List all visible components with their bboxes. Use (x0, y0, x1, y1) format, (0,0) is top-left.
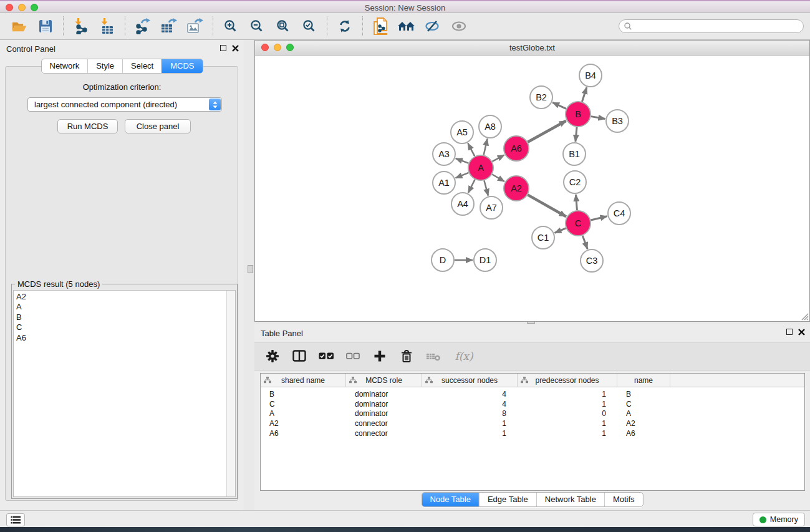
zoom-selected-icon[interactable] (296, 14, 322, 38)
table-settings-gear-icon[interactable] (264, 348, 281, 364)
graph-edge-A-A4[interactable] (468, 180, 475, 193)
search-input[interactable] (619, 19, 804, 33)
tab-mcds[interactable]: MCDS (162, 59, 202, 73)
table-body: Bdominator41BCdominator41CAdominator80AA… (261, 389, 804, 438)
mcds-result-item[interactable]: A2 (14, 292, 226, 302)
graph-edge-C-C2[interactable] (576, 195, 577, 210)
tab-motifs[interactable]: Motifs (604, 493, 643, 506)
table-cell: A2 (617, 419, 670, 428)
table-panel: Table Panel (254, 324, 810, 510)
select-all-icon[interactable] (318, 348, 334, 364)
export-network-icon[interactable] (130, 14, 156, 38)
control-panel-buttons (220, 45, 239, 52)
refresh-icon[interactable] (332, 14, 358, 38)
graph-edge-A6-B[interactable] (528, 121, 566, 142)
application-window: Session: New Session (0, 0, 810, 532)
graph-edge-A-A6[interactable] (492, 155, 504, 162)
graph-edge-A-A5[interactable] (468, 143, 475, 157)
network-window-titlebar[interactable]: testGlobe.txt (255, 41, 809, 56)
open-session-icon[interactable] (6, 14, 32, 38)
mcds-result-item[interactable]: A6 (14, 333, 226, 343)
graph-edge-A2-C[interactable] (528, 195, 566, 216)
graph-node-label: A4 (457, 199, 468, 209)
new-session-from-network-icon[interactable] (367, 14, 393, 38)
graph-edge-A-A2[interactable] (492, 175, 504, 181)
mcds-result-item[interactable]: B (14, 312, 226, 322)
tab-style[interactable]: Style (87, 59, 122, 73)
run-mcds-button[interactable]: Run MCDS (57, 119, 118, 133)
save-session-icon[interactable] (32, 14, 59, 38)
column-header-mcds-role[interactable]: MCDS role (346, 374, 422, 387)
table-cell: connector (346, 429, 422, 438)
table-row[interactable]: Adominator80A (261, 409, 804, 419)
graph-edge-C-C1[interactable] (555, 228, 566, 233)
export-table-icon[interactable] (156, 14, 182, 38)
graphics-details-icon[interactable] (420, 14, 446, 38)
graph-edge-B-B1[interactable] (576, 127, 577, 142)
table-cell: A (617, 409, 670, 418)
column-view-icon[interactable] (291, 348, 307, 364)
node-table: shared name MCDS role successor nodes pr… (260, 373, 805, 491)
mcds-result-item[interactable]: C (14, 322, 226, 332)
table-row[interactable]: Cdominator41C (261, 399, 804, 409)
graph-edge-B-B3[interactable] (591, 117, 605, 119)
close-panel-button[interactable]: Close panel (125, 119, 191, 133)
column-header-shared-name[interactable]: shared name (261, 374, 346, 387)
graph-edge-A-A1[interactable] (456, 173, 469, 178)
tab-network[interactable]: Network (41, 59, 87, 73)
table-cell: C (617, 400, 670, 409)
float-table-panel-icon[interactable] (786, 329, 793, 335)
graph-edge-A-A8[interactable] (484, 139, 488, 155)
graph-node-label: A5 (456, 127, 468, 137)
graph-edge-B-B4[interactable] (582, 87, 586, 102)
column-header-successor-nodes[interactable]: successor nodes (422, 374, 518, 387)
close-table-panel-icon[interactable] (798, 329, 805, 336)
table-row[interactable]: Bdominator41B (261, 389, 804, 399)
graph-node-label: C (575, 218, 581, 228)
tab-select[interactable]: Select (122, 59, 162, 73)
network-view-window: testGlobe.txt AA6A2BCB4B2B3B1A5A8A3A1A4A… (254, 40, 810, 322)
graph-edge-C-C3[interactable] (582, 236, 587, 249)
mcds-result-item[interactable]: A (14, 302, 226, 312)
import-network-icon[interactable] (68, 14, 94, 38)
graph-edge-A-A7[interactable] (484, 180, 488, 195)
resize-grip-icon[interactable] (800, 312, 809, 321)
desktop-edge (0, 527, 810, 532)
mcds-result-list: A2ABCA6 (14, 292, 226, 496)
table-cell: 1 (518, 429, 617, 438)
graph-edge-A-A3[interactable] (456, 158, 469, 163)
column-header-name[interactable]: name (617, 374, 670, 387)
memory-button[interactable]: Memory (753, 513, 805, 526)
table-cell: 1 (422, 419, 518, 428)
network-window-title: testGlobe.txt (255, 43, 809, 52)
add-column-icon[interactable] (372, 348, 388, 364)
home-icon[interactable] (393, 14, 420, 38)
mcds-result-listwrap: A2ABCA6 (13, 290, 236, 497)
network-canvas[interactable]: AA6A2BCB4B2B3B1A5A8A3A1A4A7C2C4C1C3DD1 (255, 55, 809, 321)
zoom-fit-icon[interactable] (270, 14, 296, 38)
tab-network-table[interactable]: Network Table (536, 493, 604, 506)
zoom-in-icon[interactable] (218, 14, 244, 38)
zoom-out-icon[interactable] (244, 14, 270, 38)
graph-edge-C-C4[interactable] (591, 216, 607, 220)
delete-column-trash-icon[interactable] (398, 348, 415, 364)
close-panel-icon[interactable] (232, 45, 239, 52)
import-table-icon[interactable] (94, 14, 120, 38)
deselect-all-icon[interactable] (345, 348, 361, 364)
mcds-list-scrollbar[interactable] (226, 291, 235, 496)
column-header-predecessor-nodes[interactable]: predecessor nodes (518, 374, 617, 387)
eye-icon[interactable] (446, 14, 472, 38)
float-panel-icon[interactable] (220, 45, 226, 51)
optimization-criterion-select[interactable]: largest connected component (directed) (27, 97, 222, 112)
table-row[interactable]: A2connector11A2 (261, 418, 804, 428)
delete-table-icon[interactable] (425, 348, 441, 364)
panel-divider-handle[interactable] (248, 265, 253, 273)
show-task-history-button[interactable] (6, 513, 25, 526)
tab-node-table[interactable]: Node Table (422, 493, 479, 506)
search-field-wrap (619, 19, 804, 33)
table-row[interactable]: A6connector11A6 (261, 428, 804, 438)
tab-edge-table[interactable]: Edge Table (479, 493, 536, 506)
graph-edge-B-B2[interactable] (552, 102, 566, 109)
function-builder-button[interactable]: f(x) (452, 348, 476, 364)
export-image-icon[interactable] (182, 14, 208, 38)
